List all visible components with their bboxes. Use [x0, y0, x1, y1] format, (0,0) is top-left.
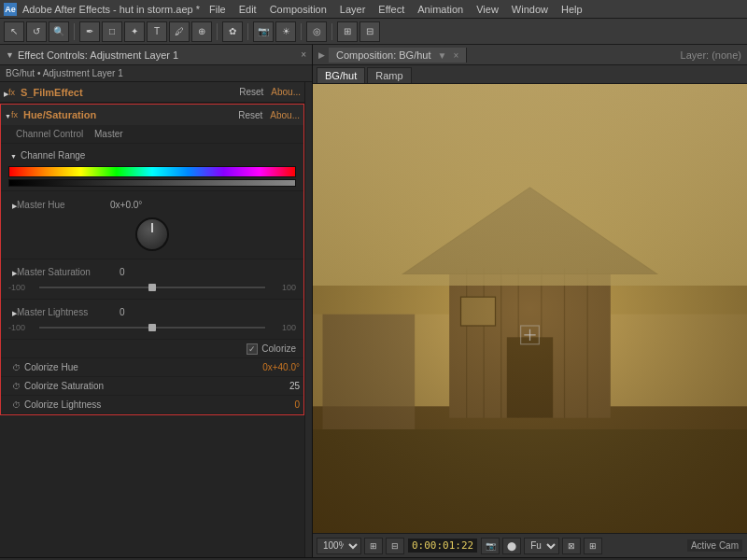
tool-rotate[interactable]: ↺ [26, 21, 47, 42]
rainbow-bar [8, 166, 296, 177]
master-sat-label-row: Master Saturation 0 [1, 263, 303, 280]
sub-tab-bghut[interactable]: BG/hut [317, 67, 365, 83]
channel-control-value[interactable]: Master [94, 129, 123, 139]
s-film-effect-header[interactable]: fx S_FilmEffect Reset Abou... [0, 82, 304, 103]
color-btn[interactable]: ⬤ [502, 538, 521, 554]
colorize-light-row[interactable]: ⏱ Colorize Lightness 0 [1, 396, 303, 414]
menu-layer[interactable]: Layer [334, 3, 372, 16]
active-cam-label: Active Cam [686, 539, 743, 553]
colorize-light-value[interactable]: 0 [294, 399, 300, 410]
s-film-about-btn[interactable]: Abou... [271, 87, 301, 97]
master-sat-thumb[interactable] [148, 284, 156, 291]
master-light-label: Master Lightness [17, 307, 120, 317]
comp-header: ▶ Composition: BG/hut ▼ × Layer: (none) [313, 45, 747, 65]
viewport [313, 84, 747, 533]
resolution-btn[interactable]: ⊟ [386, 538, 404, 554]
tool-puppet[interactable]: ✿ [222, 21, 243, 42]
panel-header: ▼ Effect Controls: Adjustment Layer 1 × [0, 45, 312, 65]
toolbar: ↖ ↺ 🔍 ✒ □ ✦ T 🖊 ⊕ ✿ 📷 ☀ ◎ ⊞ ⊟ [0, 19, 747, 45]
channel-range-label: Channel Range [21, 150, 86, 161]
comp-sub-tabs: BG/hut Ramp [313, 65, 747, 84]
tool-extra1[interactable]: ⊞ [337, 21, 358, 42]
tool-clone[interactable]: ⊕ [191, 21, 212, 42]
tool-brush[interactable]: 🖊 [169, 21, 190, 42]
effects-content: fx S_FilmEffect Reset Abou... fx Hue/Sat… [0, 82, 304, 557]
effects-wrapper: fx S_FilmEffect Reset Abou... fx Hue/Sat… [0, 82, 312, 557]
breadcrumb-text: BG/hut • Adjustment Layer 1 [6, 68, 123, 78]
s-film-label: S_FilmEffect [21, 87, 83, 98]
hue-sat-chevron [5, 109, 11, 120]
menu-animation[interactable]: Animation [412, 3, 469, 16]
menu-file[interactable]: File [204, 3, 232, 16]
master-sat-label: Master Saturation [17, 267, 120, 277]
tool-camera[interactable]: 📷 [253, 21, 274, 42]
menu-edit[interactable]: Edit [233, 3, 262, 16]
colorize-hue-value[interactable]: 0x+40.0° [262, 362, 300, 372]
master-sat-value[interactable]: 0 [120, 267, 125, 277]
tool-anchor[interactable]: ◎ [306, 21, 327, 42]
tool-rect[interactable]: □ [102, 21, 122, 42]
master-sat-track[interactable] [38, 286, 266, 289]
zoom-select[interactable]: 100% [317, 538, 361, 554]
master-light-track[interactable] [38, 326, 266, 329]
tool-extra2[interactable]: ⊟ [359, 21, 380, 42]
comp-tab-close-btn[interactable]: × [454, 50, 459, 61]
effects-scrollbar[interactable] [304, 82, 312, 557]
hue-sat-header[interactable]: fx Hue/Saturation Reset Abou... [1, 105, 303, 125]
timecode[interactable]: 0:00:01:22 [407, 538, 478, 553]
comp-panel-icon: ▶ [318, 50, 325, 60]
master-hue-row: Master Hue 0x+0.0° [1, 195, 303, 214]
sub-tab-ramp[interactable]: Ramp [367, 67, 411, 83]
master-light-label-row: Master Lightness 0 [1, 303, 303, 320]
colorize-hue-label: Colorize Hue [24, 362, 262, 372]
tool-pen[interactable]: ✒ [79, 21, 100, 42]
quality-select[interactable]: Full [524, 538, 559, 554]
master-hue-value[interactable]: 0x+0.0° [110, 200, 142, 210]
tool-zoom-in[interactable]: 🔍 [49, 21, 69, 42]
camera-icon-btn[interactable]: 📷 [481, 538, 500, 554]
menu-help[interactable]: Help [556, 3, 588, 16]
master-sat-section: Master Saturation 0 -100 100 [1, 259, 303, 300]
tool-arrow[interactable]: ↖ [4, 21, 24, 42]
menu-effect[interactable]: Effect [373, 3, 410, 16]
grid-btn[interactable]: ⊞ [584, 538, 602, 554]
master-hue-knob[interactable] [135, 217, 169, 251]
master-light-value[interactable]: 0 [120, 307, 125, 317]
colorize-checkmark: ✓ [248, 344, 256, 354]
channel-range-header[interactable]: Channel Range [1, 146, 303, 164]
master-light-section: Master Lightness 0 -100 100 [1, 300, 303, 340]
tool-type[interactable]: T [147, 21, 167, 42]
s-film-reset-btn[interactable]: Reset [239, 87, 263, 97]
menu-composition[interactable]: Composition [264, 3, 332, 16]
colorize-sat-value[interactable]: 25 [289, 381, 300, 391]
menu-window[interactable]: Window [506, 3, 554, 16]
comp-tab[interactable]: Composition: BG/hut ▼ × [329, 48, 467, 63]
menu-view[interactable]: View [471, 3, 504, 16]
hue-sat-about-btn[interactable]: Abou... [270, 110, 300, 120]
comp-tab-arrow-icon: ▼ [438, 50, 447, 61]
panel-close-btn[interactable]: × [301, 49, 306, 60]
s-film-effect-group: fx S_FilmEffect Reset Abou... [0, 82, 304, 104]
layer-label: Layer: (none) [681, 49, 741, 61]
colorize-sat-row[interactable]: ⏱ Colorize Saturation 25 [1, 377, 303, 396]
master-sat-min: -100 [8, 283, 36, 292]
hue-sat-section: fx Hue/Saturation Reset Abou... Channel … [0, 104, 304, 415]
master-light-thumb[interactable] [148, 324, 156, 331]
colorize-sat-label: Colorize Saturation [24, 381, 289, 391]
tool-light[interactable]: ☀ [275, 21, 296, 42]
sky-gradient [313, 84, 747, 286]
region-btn[interactable]: ⊠ [562, 538, 581, 554]
tool-star[interactable]: ✦ [124, 21, 145, 42]
colorize-checkbox[interactable]: ✓ [247, 343, 258, 355]
panel-header-icon: ▼ [6, 50, 14, 60]
hue-sat-reset-btn[interactable]: Reset [238, 110, 262, 120]
s-film-fx-icon: fx [8, 88, 15, 97]
hue-sat-fx-icon: fx [11, 110, 18, 119]
channel-range-chevron [10, 149, 17, 161]
fit-btn[interactable]: ⊞ [364, 538, 383, 554]
playback-bar: 100% ⊞ ⊟ 0:00:01:22 📷 ⬤ Full ⊠ ⊞ Active … [313, 533, 747, 557]
channel-range-section: Channel Range [1, 144, 303, 191]
colorize-hue-stopwatch: ⏱ [12, 363, 21, 372]
colorize-hue-row[interactable]: ⏱ Colorize Hue 0x+40.0° [1, 358, 303, 377]
tool-sep-1 [74, 23, 75, 40]
